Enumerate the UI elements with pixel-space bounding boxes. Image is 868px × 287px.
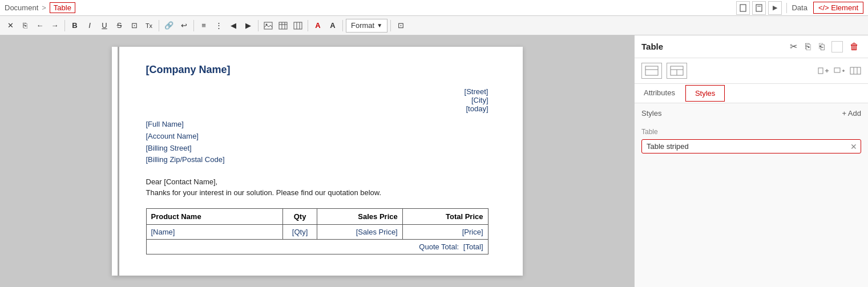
row-add-icon[interactable] [834, 66, 845, 76]
svg-rect-5 [279, 22, 287, 29]
thanks-text[interactable]: Thanks for your interest in our solution… [146, 188, 488, 197]
cell-name[interactable]: [Name] [146, 225, 283, 240]
total-cell[interactable]: Quote Total: [Total] [146, 240, 488, 254]
expand-icon[interactable] [831, 41, 843, 52]
breadcrumb-table[interactable]: Table [50, 2, 75, 13]
panel-title: Table [641, 42, 784, 51]
format-chevron-icon: ▼ [377, 22, 382, 29]
breadcrumb-document[interactable]: Document [5, 3, 38, 12]
toolbar: ✕ ⎘ ← → B I U S ⊡ Tx 🔗 ↩ ≡ ⋮ ◀ ▶ A A For… [0, 16, 868, 35]
table-section: Table Table striped ✕ [635, 128, 868, 159]
attr-styles-tabs: Attributes Styles [635, 84, 868, 103]
svg-rect-23 [850, 67, 861, 74]
svg-rect-17 [818, 68, 823, 74]
element-tab-label[interactable]: </> Element [813, 2, 863, 14]
table-header-row: Product Name Qty Sales Price Total Price [146, 209, 488, 225]
quote-table: Product Name Qty Sales Price Total Price… [146, 208, 488, 254]
svg-rect-12 [645, 66, 658, 75]
dear-text[interactable]: Dear [Contact Name], [146, 177, 488, 186]
link-button[interactable]: 🔗 [162, 19, 176, 33]
billing-street-field[interactable]: [Billing Street] [146, 143, 488, 155]
top-bar: Document > Table ▶ Data </> Element [0, 0, 868, 16]
paste-icon[interactable]: ⎗ [817, 41, 827, 53]
table-row: [Name] [Qty] [Sales Price] [Price] [146, 225, 488, 240]
styles-section: Styles + Add [635, 103, 868, 128]
cell-price[interactable]: [Price] [402, 225, 488, 240]
main-layout: [Company Name] [Street] [City] [today] [… [0, 35, 868, 287]
total-label: Quote Total: [419, 242, 459, 251]
styles-tab[interactable]: Styles [685, 85, 725, 102]
svg-rect-1 [756, 5, 762, 11]
ordered-list-button[interactable]: ≡ [197, 19, 211, 33]
font-color-button[interactable]: A [311, 19, 325, 33]
right-panel-title-bar: Table ✂ ⎘ ⎗ 🗑 [635, 35, 868, 58]
right-panel: Table ✂ ⎘ ⎗ 🗑 Attributes Styles [634, 35, 868, 287]
arrow-icon[interactable]: ▶ [768, 1, 782, 15]
undo-button[interactable]: ← [33, 19, 47, 33]
company-name[interactable]: [Company Name] [146, 64, 488, 76]
document-area: [Company Name] [Street] [City] [today] [… [0, 35, 634, 287]
copy-button[interactable]: ⎘ [18, 19, 32, 33]
layout-icons-row [635, 58, 868, 84]
remove-style-tag-button[interactable]: ✕ [850, 142, 857, 151]
col-add-icon[interactable] [818, 66, 829, 76]
street-field[interactable]: [Street] [146, 87, 488, 96]
city-field[interactable]: [City] [146, 96, 488, 104]
svg-rect-20 [834, 68, 840, 72]
col-product-name[interactable]: Product Name [146, 209, 283, 225]
style-tag-striped[interactable]: Table striped ✕ [641, 139, 861, 153]
attributes-tab[interactable]: Attributes [635, 85, 684, 102]
table-section-title: Table [641, 128, 861, 136]
italic-button[interactable]: I [83, 19, 96, 33]
document-page: [Company Name] [Street] [City] [today] [… [112, 47, 523, 276]
svg-rect-9 [294, 22, 302, 29]
highlight-button[interactable]: A [326, 19, 340, 33]
table-button[interactable] [276, 19, 290, 33]
underline-button[interactable]: U [98, 19, 111, 33]
col-qty[interactable]: Qty [283, 209, 317, 225]
page-icon[interactable] [736, 1, 750, 15]
styles-section-label: Styles [641, 109, 661, 118]
unlink-button[interactable]: ↩ [177, 19, 191, 33]
indent-left-button[interactable]: ◀ [227, 19, 240, 33]
billing-zip-field[interactable]: [Billing Zip/Postal Code] [146, 154, 488, 166]
redo-button[interactable]: → [48, 19, 62, 33]
cut-icon[interactable]: ✂ [788, 40, 800, 53]
total-value: [Total] [463, 242, 483, 251]
table-total-row: Quote Total: [Total] [146, 240, 488, 254]
svg-rect-0 [740, 5, 746, 11]
more-button[interactable]: ⊡ [394, 19, 407, 33]
address-block: [Street] [City] [today] [146, 87, 488, 113]
breadcrumb-separator: > [42, 3, 46, 12]
unordered-list-button[interactable]: ⋮ [212, 19, 225, 33]
style-tag-label: Table striped [647, 142, 689, 151]
col-sales-price[interactable]: Sales Price [317, 209, 402, 225]
indent-right-button[interactable]: ▶ [241, 19, 255, 33]
copy-icon[interactable]: ⎘ [803, 41, 813, 53]
styles-header-row: Styles + Add [641, 109, 861, 118]
delete-icon[interactable]: 🗑 [847, 41, 861, 53]
full-name-field[interactable]: [Full Name] [146, 119, 488, 131]
billing-address-block: [Full Name] [Account Name] [Billing Stre… [146, 119, 488, 166]
column-button[interactable] [291, 19, 305, 33]
layout-icon-2[interactable] [667, 63, 687, 79]
today-field[interactable]: [today] [146, 104, 488, 113]
clear-format-button[interactable]: Tx [142, 19, 156, 33]
format-dropdown[interactable]: Format ▼ [346, 19, 387, 33]
strikethrough-button[interactable]: S [112, 19, 126, 33]
data-tab-label[interactable]: Data [792, 3, 807, 12]
col-total-price[interactable]: Total Price [402, 209, 488, 225]
image-button[interactable] [261, 19, 275, 33]
layout-icon-1[interactable] [641, 63, 662, 79]
format-label: Format [351, 21, 374, 30]
doc-left-bar [118, 47, 119, 276]
cell-sales-price[interactable]: [Sales Price] [317, 225, 402, 240]
col-icon[interactable] [850, 66, 861, 76]
account-name-field[interactable]: [Account Name] [146, 131, 488, 143]
add-style-button[interactable]: + Add [842, 109, 861, 118]
bold-button[interactable]: B [68, 19, 82, 33]
cell-qty[interactable]: [Qty] [283, 225, 317, 240]
cut-button[interactable]: ✕ [3, 19, 17, 33]
subscript-button[interactable]: ⊡ [127, 19, 141, 33]
preview-icon[interactable] [752, 1, 766, 15]
